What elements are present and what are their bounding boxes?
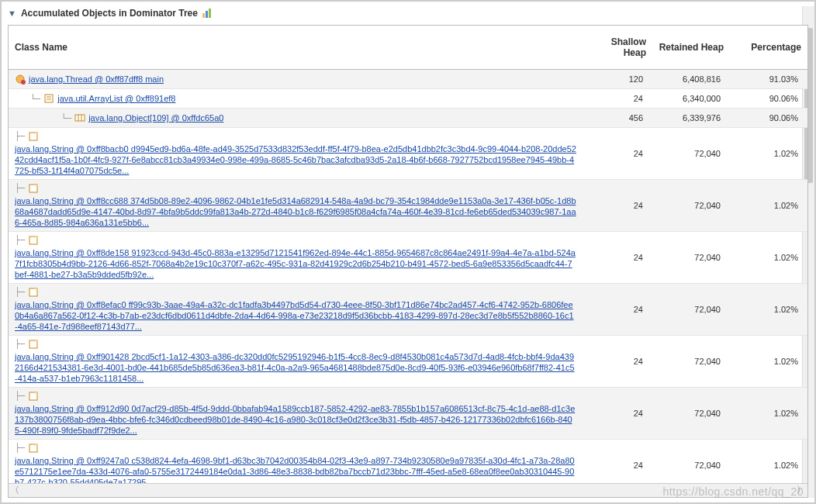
shallow-cell: 24 <box>583 180 652 232</box>
retained-cell: 72,040 <box>652 128 730 180</box>
object-link[interactable]: java.lang.Object[109] @ 0xffdc65a0 <box>88 113 223 123</box>
file-icon <box>28 391 39 402</box>
object-link[interactable]: java.lang.Thread @ 0xff87dff8 main <box>29 74 164 84</box>
file-icon <box>28 339 39 350</box>
col-header-retained[interactable]: Retained Heap <box>652 26 730 70</box>
pct-cell: 90.06% <box>730 109 807 128</box>
shallow-cell: 24 <box>583 128 652 180</box>
retained-cell: 6,339,976 <box>652 109 730 128</box>
file-icon <box>28 183 39 194</box>
pct-cell: 1.02% <box>730 232 807 284</box>
table-container: Class Name Shallow Heap Retained Heap Pe… <box>8 25 808 498</box>
shallow-cell: 24 <box>583 232 652 284</box>
object-link[interactable]: java.lang.String @ 0xff8cc688 374d5b08-8… <box>15 196 576 227</box>
shallow-cell: 456 <box>583 109 652 128</box>
pct-cell: 1.02% <box>730 128 807 180</box>
table-row[interactable]: ├─java.lang.String @ 0xff8bacb0 d9945ed9… <box>9 128 807 180</box>
scroll-left-icon[interactable]: 〈 <box>10 484 19 497</box>
file-icon <box>28 287 39 298</box>
object-icon <box>15 74 26 85</box>
retained-cell: 72,040 <box>652 232 730 284</box>
shallow-cell: 24 <box>583 89 652 109</box>
object-link[interactable]: java.lang.String @ 0xff9247a0 c538d824-4… <box>15 456 575 483</box>
svg-point-4 <box>21 80 26 85</box>
table-row[interactable]: ├─java.lang.String @ 0xff901428 2bcd5cf1… <box>9 336 807 388</box>
scroll-right-icon[interactable]: 〉 <box>797 484 806 497</box>
shallow-cell: 24 <box>583 336 652 388</box>
retained-cell: 72,040 <box>652 336 730 388</box>
svg-rect-0 <box>202 13 205 18</box>
object-link[interactable]: java.lang.String @ 0xff901428 2bcd5cf1-1… <box>15 352 575 383</box>
file-icon <box>28 131 39 142</box>
pct-cell: 1.02% <box>730 180 807 232</box>
table-header-row: Class Name Shallow Heap Retained Heap Pe… <box>9 26 807 70</box>
section-title: Accumulated Objects in Dominator Tree <box>21 8 198 19</box>
file-icon <box>28 235 39 246</box>
shallow-cell: 24 <box>583 284 652 336</box>
retained-cell: 6,340,000 <box>652 89 730 109</box>
svg-rect-8 <box>75 115 85 121</box>
object-link[interactable]: java.lang.String @ 0xff912d90 0d7acf29-d… <box>15 404 575 435</box>
retained-cell: 72,040 <box>652 388 730 440</box>
pct-cell: 1.02% <box>730 440 807 484</box>
pct-cell: 1.02% <box>730 388 807 440</box>
chart-icon[interactable] <box>202 9 213 18</box>
table-row[interactable]: ├─java.lang.String @ 0xff8efac0 ff99c93b… <box>9 284 807 336</box>
shallow-cell: 120 <box>583 70 652 89</box>
panel-container: ▼ Accumulated Objects in Dominator Tree … <box>0 0 816 504</box>
horizontal-scrollbar[interactable]: 〈 〉 <box>9 483 807 497</box>
col-header-percentage[interactable]: Percentage <box>730 26 807 70</box>
object-link[interactable]: java.util.ArrayList @ 0xff891ef8 <box>57 94 175 103</box>
retained-cell: 72,040 <box>652 284 730 336</box>
object-link[interactable]: java.lang.String @ 0xff8efac0 ff99c93b-3… <box>15 300 574 331</box>
retained-cell: 72,040 <box>652 440 730 484</box>
table-row[interactable]: ├─java.lang.String @ 0xff8de158 91923ccd… <box>9 232 807 284</box>
object-icon <box>74 112 85 123</box>
pct-cell: 1.02% <box>730 284 807 336</box>
collapse-icon[interactable]: ▼ <box>8 9 16 18</box>
table-row[interactable]: ├─java.lang.String @ 0xff9247a0 c538d824… <box>9 440 807 484</box>
table-row[interactable]: ├─java.lang.String @ 0xff8cc688 374d5b08… <box>9 180 807 232</box>
table-scroll[interactable]: Class Name Shallow Heap Retained Heap Pe… <box>9 26 807 483</box>
retained-cell: 6,408,816 <box>652 70 730 89</box>
col-header-class[interactable]: Class Name <box>9 26 583 70</box>
table-row[interactable]: └─java.lang.Object[109] @ 0xffdc65a04566… <box>9 109 807 128</box>
object-link[interactable]: java.lang.String @ 0xff8de158 91923ccd-9… <box>15 248 576 279</box>
shallow-cell: 24 <box>583 440 652 484</box>
table-row[interactable]: └─java.util.ArrayList @ 0xff891ef8246,34… <box>9 89 807 109</box>
pct-cell: 90.06% <box>730 89 807 109</box>
table-row[interactable]: java.lang.Thread @ 0xff87dff8 main1206,4… <box>9 70 807 89</box>
object-icon <box>43 93 54 104</box>
dominator-table: Class Name Shallow Heap Retained Heap Pe… <box>9 26 807 483</box>
pct-cell: 1.02% <box>730 336 807 388</box>
svg-rect-1 <box>206 11 208 18</box>
pct-cell: 91.03% <box>730 70 807 89</box>
section-header: ▼ Accumulated Objects in Dominator Tree <box>8 6 808 25</box>
table-row[interactable]: ├─java.lang.String @ 0xff912d90 0d7acf29… <box>9 388 807 440</box>
file-icon <box>28 443 39 454</box>
shallow-cell: 24 <box>583 388 652 440</box>
object-link[interactable]: java.lang.String @ 0xff8bacb0 d9945ed9-b… <box>15 144 576 175</box>
svg-rect-2 <box>209 9 211 18</box>
col-header-shallow[interactable]: Shallow Heap <box>583 26 652 70</box>
svg-rect-5 <box>45 95 53 102</box>
retained-cell: 72,040 <box>652 180 730 232</box>
